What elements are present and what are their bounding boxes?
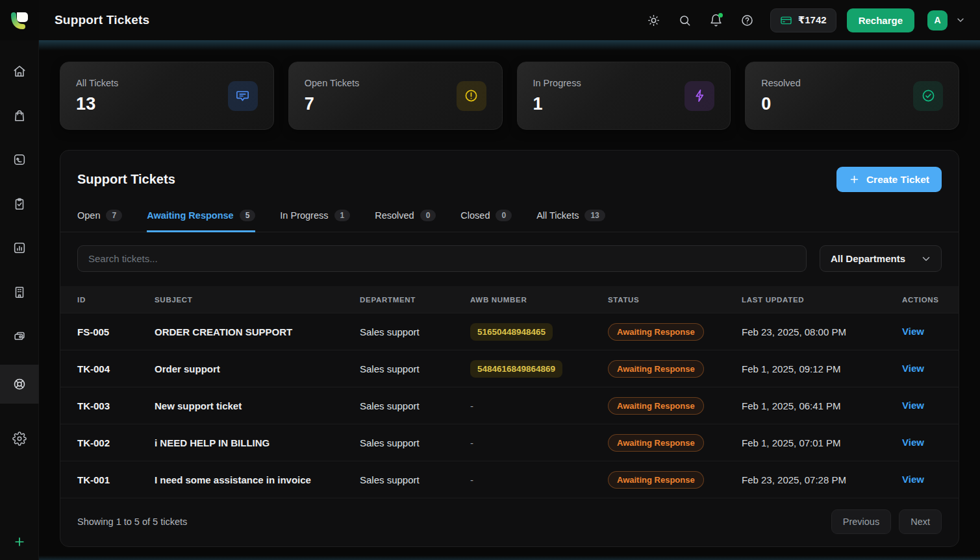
tab-count-badge: 13 (584, 210, 605, 221)
status-badge: Awaiting Response (608, 323, 704, 341)
ticket-updated: Feb 1, 2025, 09:12 PM (742, 363, 902, 374)
chevron-down-icon[interactable] (955, 15, 966, 25)
ticket-subject: Order support (155, 363, 360, 374)
sidebar-item-company[interactable] (0, 273, 39, 311)
returns-icon (12, 152, 27, 167)
home-icon (12, 64, 27, 79)
help-button[interactable] (735, 8, 760, 32)
ticket-subject: ORDER CREATION SUPPORT (155, 326, 360, 337)
recharge-button[interactable]: Recharge (847, 8, 914, 32)
ticket-department: Sales support (360, 400, 470, 411)
tab-open[interactable]: Open 7 (77, 210, 122, 232)
ticket-updated: Feb 1, 2025, 07:01 PM (742, 437, 902, 448)
sidebar-item-support[interactable] (0, 365, 39, 404)
tab-closed[interactable]: Closed 0 (460, 210, 512, 232)
search-button[interactable] (673, 8, 697, 32)
support-lifebuoy-icon (12, 377, 27, 391)
table-row: TK-001 I need some assistance in invoice… (60, 461, 959, 498)
ticket-subject: I need some assistance in invoice (155, 474, 360, 485)
awb-number-empty: - (470, 400, 608, 411)
tickets-table: ID SUBJECT DEPARTMENT AWB NUMBER STATUS … (60, 286, 959, 498)
search-input[interactable] (77, 245, 807, 272)
previous-page-button[interactable]: Previous (831, 509, 891, 534)
avatar[interactable]: A (927, 10, 948, 30)
view-link[interactable]: View (902, 474, 924, 485)
sidebar-item-settings[interactable] (0, 419, 39, 458)
stat-card-in-progress: In Progress 1 (517, 62, 731, 130)
content-area: All Tickets 13 Open Tickets 7 In Progr (39, 40, 980, 560)
plus-icon (849, 174, 860, 185)
sidebar-item-orders[interactable] (0, 96, 39, 135)
wallet-cards-icon (12, 329, 27, 343)
ticket-department: Sales support (360, 474, 470, 485)
shopping-bag-icon (12, 108, 27, 123)
stat-label: Resolved (761, 78, 800, 88)
stat-value: 13 (76, 94, 118, 114)
analytics-icon (12, 241, 27, 255)
tab-resolved[interactable]: Resolved 0 (375, 210, 436, 232)
sidebar-add-button[interactable] (5, 528, 34, 556)
ticket-updated: Feb 23, 2025, 07:28 PM (742, 474, 902, 485)
sidebar-item-home[interactable] (0, 52, 39, 91)
awb-number-badge: 51650448948465 (470, 323, 553, 341)
sun-icon (647, 14, 660, 27)
tab-in-progress[interactable]: In Progress 1 (280, 210, 350, 232)
department-filter-select[interactable]: All Departments (820, 245, 942, 272)
stat-value: 1 (533, 94, 581, 114)
view-link[interactable]: View (902, 326, 924, 337)
view-link[interactable]: View (902, 437, 924, 448)
tickets-panel: Support Tickets Create Ticket Open 7 Awa… (60, 150, 959, 547)
ticket-department: Sales support (360, 363, 470, 374)
sidebar-item-analytics[interactable] (0, 228, 39, 267)
stat-card-all-tickets: All Tickets 13 (60, 62, 274, 130)
awb-number-empty: - (470, 437, 608, 448)
view-link[interactable]: View (902, 400, 924, 411)
sidebar-item-wallet[interactable] (0, 317, 39, 356)
next-page-button[interactable]: Next (899, 509, 942, 534)
clipboard-check-icon (12, 197, 27, 211)
sidebar-item-tasks[interactable] (0, 184, 39, 223)
stat-cards: All Tickets 13 Open Tickets 7 In Progr (60, 62, 959, 130)
tab-count-badge: 5 (240, 210, 256, 221)
status-badge: Awaiting Response (608, 434, 704, 452)
ticket-id: FS-005 (77, 326, 155, 337)
credit-card-icon (780, 14, 792, 27)
check-circle-icon (913, 81, 943, 111)
tab-all-tickets[interactable]: All Tickets 13 (536, 210, 605, 232)
tab-awaiting-response[interactable]: Awaiting Response 5 (147, 210, 255, 232)
table-row: TK-004 Order support Sales support 54846… (60, 350, 959, 387)
building-icon (12, 285, 27, 299)
settings-gear-icon (12, 432, 27, 446)
table-row: TK-003 New support ticket Sales support … (60, 387, 959, 424)
table-row: TK-002 i NEED HELP IN BILLING Sales supp… (60, 424, 959, 461)
ticket-id: TK-003 (77, 400, 155, 411)
panel-title: Support Tickets (77, 172, 175, 187)
sidebar-item-returns[interactable] (0, 140, 39, 179)
create-ticket-button[interactable]: Create Ticket (836, 167, 942, 192)
tab-count-badge: 0 (496, 210, 512, 221)
stat-card-resolved: Resolved 0 (745, 62, 959, 130)
theme-toggle-button[interactable] (642, 8, 666, 32)
header-glow (39, 40, 980, 51)
ticket-updated: Feb 23, 2025, 08:00 PM (742, 326, 902, 337)
notifications-button[interactable] (704, 8, 729, 32)
help-icon (740, 14, 754, 27)
view-link[interactable]: View (902, 363, 924, 374)
footer-glow (39, 555, 980, 560)
app-logo[interactable] (0, 0, 39, 40)
status-badge: Awaiting Response (608, 397, 704, 415)
ticket-tabs: Open 7 Awaiting Response 5 In Progress 1… (60, 210, 959, 232)
plus-icon (13, 535, 26, 548)
ticket-subject: New support ticket (155, 400, 360, 411)
stat-label: All Tickets (76, 78, 118, 88)
chevron-down-icon (920, 253, 932, 265)
stat-value: 0 (761, 94, 800, 114)
tab-count-badge: 1 (334, 210, 351, 221)
status-badge: Awaiting Response (608, 360, 704, 378)
wallet-balance[interactable]: ₹1742 (770, 8, 836, 32)
ticket-updated: Feb 1, 2025, 06:41 PM (742, 400, 902, 411)
stat-value: 7 (305, 94, 360, 114)
logo-icon (8, 9, 31, 31)
ticket-id: TK-001 (77, 474, 155, 485)
tab-count-badge: 7 (106, 210, 122, 221)
